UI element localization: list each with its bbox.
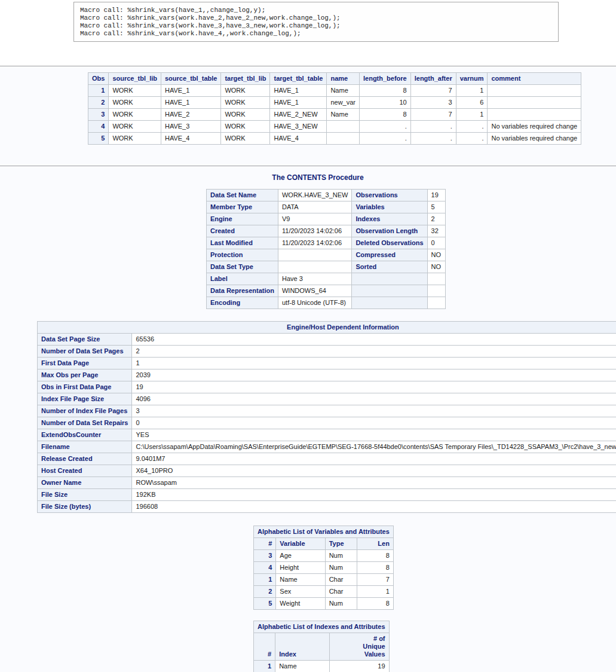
- log-line: Macro call: %shrink_vars(work.have_2,hav…: [80, 14, 553, 22]
- column-header: #: [254, 633, 275, 661]
- table-cell: 65536: [132, 334, 616, 346]
- column-header: varnum: [456, 73, 488, 85]
- table-cell: 2: [88, 97, 109, 109]
- table-cell: Member Type: [207, 201, 278, 213]
- table-cell: WORK: [221, 133, 270, 145]
- table-cell: 192KB: [132, 489, 616, 501]
- table-cell: [488, 109, 581, 121]
- column-header: length_before: [359, 73, 410, 85]
- indexes-head: Alphabetic List of Indexes and Attribute…: [254, 621, 390, 661]
- table-cell: [488, 97, 581, 109]
- dataset-attributes-table: Data Set NameWORK.HAVE_3_NEWObservations…: [206, 189, 446, 309]
- table-cell: WORK: [221, 109, 270, 121]
- indexes-table: Alphabetic List of Indexes and Attribute…: [253, 621, 390, 672]
- table-row: 1Name19: [254, 661, 390, 672]
- table-row: Data RepresentationWINDOWS_64: [207, 285, 446, 297]
- table-cell: 8: [357, 562, 393, 574]
- table-row: FilenameC:\Users\ssapam\AppData\Roaming\…: [38, 441, 616, 453]
- table-cell: 7: [410, 85, 456, 97]
- table-cell: 11/20/2023 14:02:06: [278, 225, 351, 237]
- table-row: Created11/20/2023 14:02:06Observation Le…: [207, 225, 446, 237]
- table-cell: .: [359, 133, 410, 145]
- table-cell: [488, 85, 581, 97]
- column-header: target_tbl_table: [270, 73, 327, 85]
- table-row: Owner NameROW\ssapam: [38, 477, 616, 489]
- table-row: Data Set NameWORK.HAVE_3_NEWObservations…: [207, 190, 446, 201]
- table-cell: 1: [456, 85, 488, 97]
- table-cell: Weight: [276, 598, 325, 610]
- table-row: Last Modified11/20/2023 14:02:06Deleted …: [207, 237, 446, 249]
- variables-body: 3AgeNum84HeightNum81NameChar72SexChar15W…: [254, 550, 394, 610]
- table-cell: 10: [359, 97, 410, 109]
- table-cell: 1: [357, 586, 393, 598]
- table-row: ExtendObsCounterYES: [38, 429, 616, 441]
- table-row: Release Created9.0401M7: [38, 453, 616, 465]
- table-row: Encodingutf-8 Unicode (UTF-8): [207, 297, 446, 309]
- table-cell: 5: [254, 598, 276, 610]
- table-cell: 5: [88, 133, 109, 145]
- table-row: 5WeightNum8: [254, 598, 394, 610]
- header-row: Obs source_tbl_lib source_tbl_table targ…: [88, 73, 581, 85]
- table-cell: Variables: [352, 201, 427, 213]
- table-cell: [352, 297, 427, 309]
- caption-row: Alphabetic List of Variables and Attribu…: [254, 526, 394, 538]
- table-cell: Obs in First Data Page: [38, 381, 132, 393]
- dataset-attributes-body: Data Set NameWORK.HAVE_3_NEWObservations…: [207, 190, 446, 309]
- table-cell: NO: [427, 261, 445, 273]
- table-cell: DATA: [278, 201, 351, 213]
- log-line: Macro call: %shrink_vars(have_1,,change_…: [80, 7, 553, 14]
- table-cell: 0: [427, 237, 445, 249]
- table-cell: WORK: [221, 97, 270, 109]
- column-header: #: [254, 538, 276, 550]
- table-cell: Height: [276, 562, 325, 574]
- engine-host-table: Engine/Host Dependent Information Data S…: [37, 321, 616, 513]
- column-header: # of Unique Values: [329, 633, 389, 661]
- column-header: target_tbl_lib: [221, 73, 270, 85]
- table-cell: 9.0401M7: [132, 453, 616, 465]
- table-cell: utf-8 Unicode (UTF-8): [278, 297, 351, 309]
- column-header: Variable: [276, 538, 325, 550]
- table-cell: HAVE_1: [161, 85, 220, 97]
- table-row: Data Set Type SortedNO: [207, 261, 446, 273]
- column-header: name: [327, 73, 360, 85]
- engine-host-body: Data Set Page Size65536Number of Data Se…: [38, 334, 616, 513]
- column-header: length_after: [410, 73, 456, 85]
- table-cell: HAVE_2: [161, 109, 220, 121]
- table-cell: 4: [254, 562, 276, 574]
- table-cell: 4096: [132, 393, 616, 405]
- table-cell: 7: [357, 574, 393, 586]
- change-log-table-body: 1WORKHAVE_1WORKHAVE_1Name871 2WORKHAVE_1…: [88, 85, 581, 145]
- table-cell: Name: [327, 85, 360, 97]
- table-cell: Data Set Type: [207, 261, 278, 273]
- table-cell: 2: [254, 586, 276, 598]
- table-cell: Num: [325, 550, 357, 562]
- table-row: First Data Page1: [38, 358, 616, 369]
- contents-section: The CONTENTS Procedure Data Set NameWORK…: [0, 166, 616, 672]
- table-cell: 19: [427, 190, 445, 201]
- table-cell: 32: [427, 225, 445, 237]
- table-cell: Data Set Page Size: [38, 334, 132, 346]
- table-cell: .: [410, 133, 456, 145]
- table-cell: Max Obs per Page: [38, 369, 132, 381]
- table-cell: 1: [254, 574, 276, 586]
- table-cell: Engine: [207, 213, 278, 225]
- table-cell: 2039: [132, 369, 616, 381]
- table-cell: Age: [276, 550, 325, 562]
- table-cell: 1: [254, 661, 275, 672]
- change-log-table-head: Obs source_tbl_lib source_tbl_table targ…: [88, 73, 581, 85]
- table-row: LabelHave 3: [207, 273, 446, 285]
- table-row: 1NameChar7: [254, 574, 394, 586]
- table-cell: Protection: [207, 249, 278, 261]
- table-cell: [278, 249, 351, 261]
- column-header: Obs: [88, 73, 109, 85]
- table-cell: [427, 273, 445, 285]
- table-cell: Encoding: [207, 297, 278, 309]
- table-cell: Name: [327, 109, 360, 121]
- table-cell: Deleted Observations: [352, 237, 427, 249]
- table-cell: HAVE_4: [270, 133, 327, 145]
- table-cell: YES: [132, 429, 616, 441]
- table-cell: WORK: [109, 109, 161, 121]
- procedure-title: The CONTENTS Procedure: [37, 173, 599, 182]
- table-cell: Number of Index File Pages: [38, 405, 132, 417]
- table-row: Max Obs per Page2039: [38, 369, 616, 381]
